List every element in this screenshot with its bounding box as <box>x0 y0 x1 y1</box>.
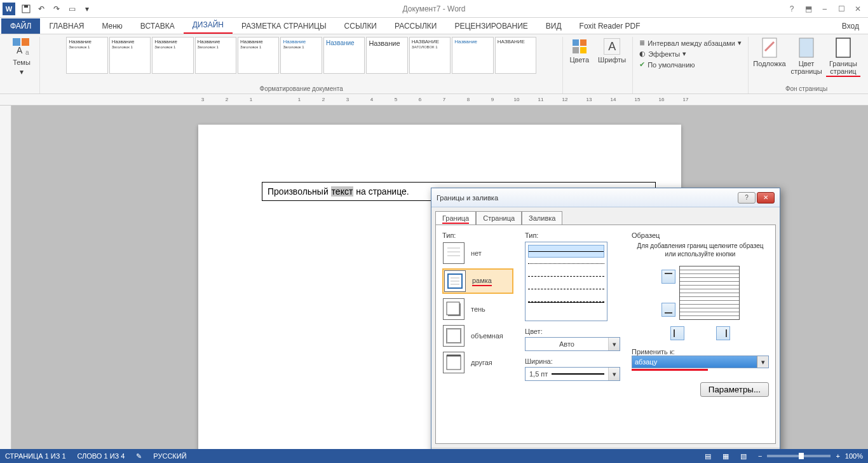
bottom-border-button[interactable] <box>661 303 675 317</box>
chevron-down-icon[interactable]: ▾ <box>608 368 620 380</box>
left-border-button[interactable] <box>670 326 684 340</box>
svg-rect-12 <box>799 38 813 57</box>
top-border-button[interactable] <box>661 270 675 284</box>
svg-rect-25 <box>447 356 461 370</box>
horizontal-ruler[interactable]: 3211234567891011121314151617 <box>0 94 868 106</box>
svg-rect-8 <box>573 47 579 53</box>
title-bar: W ↶ ↷ ▭ ▾ Документ7 - Word ? ⬒ ‒ ☐ ✕ <box>0 0 868 18</box>
tab-menu[interactable]: Меню <box>93 18 131 34</box>
tab-view[interactable]: ВИД <box>537 18 571 34</box>
sign-in-link[interactable]: Вход <box>833 18 868 34</box>
chevron-down-icon[interactable]: ▾ <box>608 338 620 350</box>
border-type-custom[interactable]: другая <box>442 351 513 374</box>
tab-layout[interactable]: РАЗМЕТКА СТРАНИЦЫ <box>233 18 336 34</box>
style-set[interactable]: НАЗВАНИЕЗАГОЛОВОК 1 <box>409 37 451 74</box>
page-color-button[interactable]: Цвет страницы <box>789 37 824 77</box>
line-style-list[interactable] <box>525 242 607 321</box>
zoom-out-button[interactable]: − <box>758 452 762 460</box>
svg-rect-23 <box>447 329 461 343</box>
qat-dropdown-icon[interactable]: ▾ <box>80 2 94 16</box>
quick-access-toolbar: ↶ ↷ ▭ ▾ <box>19 2 94 16</box>
chevron-down-icon[interactable]: ▾ <box>757 356 768 368</box>
undo-icon[interactable]: ↶ <box>34 2 48 16</box>
status-bar: СТРАНИЦА 1 ИЗ 1 СЛОВО 1 ИЗ 4 ✎ РУССКИЙ ▤… <box>0 449 868 463</box>
color-label: Цвет: <box>525 328 620 335</box>
zoom-level[interactable]: 100% <box>845 452 863 460</box>
maximize-button[interactable]: ☐ <box>834 3 849 15</box>
tab-design[interactable]: ДИЗАЙН <box>184 17 233 34</box>
group-label: Фон страницы <box>785 85 827 93</box>
right-border-button[interactable] <box>716 326 730 340</box>
zoom-control[interactable]: − + 100% <box>758 452 863 460</box>
svg-rect-22 <box>447 302 459 315</box>
apply-to-combo[interactable]: абзацу ▾ <box>632 356 769 368</box>
style-set[interactable]: НазваниеЗаголовок 1 <box>66 37 107 74</box>
dialog-tab-page[interactable]: Страница <box>476 211 522 225</box>
themes-button[interactable]: Aa Темы ▾ <box>8 37 36 76</box>
group-label: Форматирование документа <box>260 85 343 93</box>
zoom-slider[interactable] <box>767 455 831 457</box>
read-mode-icon[interactable]: ▤ <box>705 452 711 460</box>
border-type-box[interactable]: рамка <box>442 268 513 294</box>
highlight-marker <box>632 369 708 371</box>
style-set[interactable]: НазваниеЗаголовок 1 <box>238 37 279 74</box>
spacing-icon: ≣ <box>639 39 645 47</box>
width-combo[interactable]: 1,5 пт ▾ <box>525 367 620 381</box>
print-layout-icon[interactable]: ▦ <box>722 452 729 460</box>
style-set[interactable]: Название <box>452 37 493 74</box>
border-type-none[interactable]: нет <box>442 242 513 265</box>
page-count[interactable]: СТРАНИЦА 1 ИЗ 1 <box>5 452 66 460</box>
color-combo[interactable]: Авто ▾ <box>525 337 620 351</box>
fonts-button[interactable]: A Шрифты <box>595 37 628 65</box>
border-type-shadow[interactable]: тень <box>442 298 513 321</box>
watermark-button[interactable]: Подложка <box>752 37 787 77</box>
style-set[interactable]: Название <box>366 37 407 74</box>
style-set[interactable]: НазваниеЗаголовок 1 <box>109 37 151 74</box>
new-doc-icon[interactable]: ▭ <box>65 2 79 16</box>
file-tab[interactable]: ФАЙЛ <box>1 18 40 34</box>
web-layout-icon[interactable]: ▧ <box>740 452 747 460</box>
effects-button[interactable]: ◐Эффекты ▾ <box>638 49 743 59</box>
language-status[interactable]: РУССКИЙ <box>153 452 186 460</box>
style-label: Тип: <box>525 232 620 239</box>
page-borders-icon <box>834 37 853 59</box>
tab-mailings[interactable]: РАССЫЛКИ <box>386 18 445 34</box>
svg-rect-6 <box>573 39 579 46</box>
page-borders-button[interactable]: Границы страниц <box>826 37 860 77</box>
document-formatting-gallery[interactable]: НазваниеЗаголовок 1 НазваниеЗаголовок 1 … <box>66 37 536 74</box>
proofing-icon[interactable]: ✎ <box>136 452 142 460</box>
dialog-help-button[interactable]: ? <box>738 192 756 204</box>
dialog-tab-border[interactable]: Граница <box>435 211 476 225</box>
dialog-titlebar[interactable]: Границы и заливка ? ✕ <box>431 188 780 207</box>
preview-box[interactable] <box>679 266 740 320</box>
style-set[interactable]: Название <box>323 37 365 74</box>
save-icon[interactable] <box>19 2 33 16</box>
tab-references[interactable]: ССЫЛКИ <box>336 18 386 34</box>
tab-review[interactable]: РЕЦЕНЗИРОВАНИЕ <box>445 18 536 34</box>
options-button[interactable]: Параметры... <box>700 382 769 397</box>
help-icon[interactable]: ? <box>784 3 799 15</box>
tab-insert[interactable]: ВСТАВКА <box>132 18 184 34</box>
document-title: Документ7 - Word <box>402 4 465 13</box>
word-count[interactable]: СЛОВО 1 ИЗ 4 <box>78 452 125 460</box>
zoom-in-button[interactable]: + <box>836 452 839 460</box>
style-set[interactable]: НазваниеЗаголовок 1 <box>152 37 193 74</box>
colors-button[interactable]: Цвета <box>567 37 592 65</box>
style-set[interactable]: НазваниеЗаголовок 1 <box>195 37 236 74</box>
selected-text: текст <box>331 186 354 197</box>
minimize-button[interactable]: ‒ <box>817 3 832 15</box>
style-set[interactable]: НАЗВАНИЕ <box>495 37 536 74</box>
paragraph-spacing-button[interactable]: ≣Интервал между абзацами ▾ <box>638 38 743 48</box>
close-button[interactable]: ✕ <box>850 3 865 15</box>
redo-icon[interactable]: ↷ <box>50 2 64 16</box>
tab-home[interactable]: ГЛАВНАЯ <box>40 18 93 34</box>
preview-hint: Для добавления границ щелкните образец и… <box>632 242 769 258</box>
style-set[interactable]: НазваниеЗаголовок 1 <box>280 37 322 74</box>
set-default-button[interactable]: ✔По умолчанию <box>638 60 743 69</box>
tab-foxit[interactable]: Foxit Reader PDF <box>571 18 649 34</box>
dialog-close-button[interactable]: ✕ <box>757 192 775 204</box>
border-type-3d[interactable]: объемная <box>442 324 513 347</box>
ribbon-display-icon[interactable]: ⬒ <box>801 3 816 15</box>
dialog-tab-shading[interactable]: Заливка <box>522 211 562 225</box>
vertical-ruler[interactable] <box>0 106 11 452</box>
